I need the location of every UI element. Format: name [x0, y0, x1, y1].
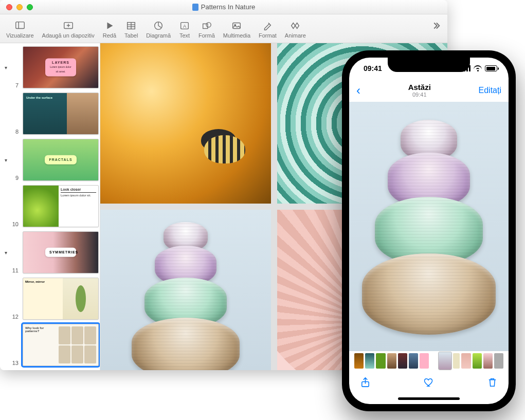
window-title: Patterns In Nature	[0, 3, 447, 11]
toolbar-play-label: Redă	[103, 32, 116, 39]
iphone-device: 09:41 ‹ Astăzi 09:41 Editați	[342, 50, 516, 411]
toolbar-animate-button[interactable]: Animare	[281, 18, 310, 40]
slide-thumb-10[interactable]: 10 Look closerLorem ipsum dolor sit.	[3, 185, 100, 227]
slide-number: 12	[11, 314, 19, 320]
disclosure-toggle-icon[interactable]: ▾	[3, 250, 8, 255]
slide-number: 7	[11, 82, 19, 88]
toolbar-shape-label: Formă	[198, 32, 215, 39]
toolbar-media-button[interactable]: Multimedia	[219, 18, 255, 40]
slide-thumb-11[interactable]: ▾ 11 SYMMETRIES	[3, 231, 100, 273]
toolbar-add-slide-button[interactable]: Adaugă un diapozitiv	[38, 18, 99, 40]
battery-icon	[485, 65, 497, 71]
scrubber-thumb[interactable]	[365, 353, 374, 369]
slide-thumb-8[interactable]: 8 Under the surface	[3, 93, 100, 135]
toolbar-shape-button[interactable]: Formă	[194, 18, 219, 40]
photo-scrubber[interactable]	[349, 351, 509, 371]
slide-navigator[interactable]: ▾ 7 LAYERSLorem ipsum dolor sit amet. 8 …	[0, 43, 100, 370]
slide-thumb-9[interactable]: ▾ 9 FRACTALS	[3, 139, 100, 181]
iphone-notch	[388, 58, 470, 72]
scrubber-thumb[interactable]	[420, 353, 429, 369]
scrubber-thumb[interactable]	[483, 353, 493, 369]
scrubber-thumb[interactable]	[409, 353, 418, 369]
svg-text:A: A	[183, 23, 187, 28]
toolbar-animate-label: Animare	[285, 32, 306, 39]
toolbar-view-button[interactable]: Vizualizare	[2, 18, 38, 40]
photos-nav-bar: ‹ Astăzi 09:41 Editați	[349, 79, 509, 102]
home-indicator[interactable]	[398, 397, 460, 400]
wifi-icon	[474, 65, 482, 71]
toolbar-text-button[interactable]: A Text	[175, 18, 194, 40]
slide-thumbnail[interactable]: Under the surface	[23, 93, 99, 135]
toolbar-view-label: Vizualizare	[6, 32, 34, 39]
canvas-image-urchins[interactable]	[100, 210, 271, 370]
disclosure-toggle-icon[interactable]: ▾	[3, 65, 8, 70]
iphone-screen: 09:41 ‹ Astăzi 09:41 Editați	[349, 58, 509, 404]
toolbar-table-label: Tabel	[124, 32, 138, 39]
toolbar-media-label: Multimedia	[223, 32, 250, 39]
back-button[interactable]: ‹	[356, 83, 360, 98]
share-icon[interactable]	[359, 376, 371, 390]
slide-thumb-12[interactable]: 12 Mirror, mirror	[3, 278, 100, 320]
slide-number: 13	[11, 360, 19, 366]
nav-title-main: Astăzi	[408, 83, 431, 92]
document-icon	[192, 4, 198, 11]
toolbar-format-button[interactable]: Format	[255, 18, 281, 40]
svg-rect-15	[233, 23, 241, 28]
scrubber-thumb[interactable]	[354, 353, 364, 369]
scrubber-thumb[interactable]	[494, 353, 503, 369]
svg-point-17	[76, 285, 86, 312]
toolbar-chart-label: Diagramă	[146, 32, 171, 39]
disclosure-toggle-icon[interactable]: ▾	[3, 157, 8, 163]
slide-thumbnail-selected[interactable]: Why look for patterns?	[23, 324, 99, 366]
slide-number: 8	[11, 129, 19, 135]
nav-title: Astăzi 09:41	[408, 83, 431, 98]
window-titlebar: Patterns In Nature	[0, 0, 447, 14]
svg-point-14	[206, 22, 211, 27]
toolbar-table-button[interactable]: Tabel	[120, 18, 142, 40]
toolbar-text-label: Text	[179, 32, 190, 39]
toolbar-format-label: Format	[259, 32, 277, 39]
slide-thumbnail[interactable]: Look closerLorem ipsum dolor sit.	[23, 185, 99, 227]
scrubber-thumb[interactable]	[398, 353, 407, 369]
slide-thumbnail[interactable]: FRACTALS	[23, 139, 99, 181]
window-title-text: Patterns In Nature	[201, 3, 256, 11]
svg-marker-5	[107, 22, 113, 29]
toolbar-overflow-button[interactable]	[426, 18, 445, 40]
slide-thumb-13[interactable]: 13 Why look for patterns?	[3, 324, 100, 366]
scrubber-thumb[interactable]	[387, 353, 396, 369]
photo-viewer[interactable]	[349, 102, 509, 351]
keynote-toolbar: Vizualizare Adaugă un diapozitiv Redă Ta…	[0, 14, 447, 43]
slide-thumb-7[interactable]: ▾ 7 LAYERSLorem ipsum dolor sit amet.	[3, 46, 100, 88]
scrubber-thumb[interactable]	[376, 353, 385, 369]
canvas-image-honeycomb[interactable]	[100, 43, 271, 204]
toolbar-chart-button[interactable]: Diagramă	[142, 18, 175, 40]
slide-number: 9	[11, 175, 19, 181]
slide-thumbnail[interactable]: LAYERSLorem ipsum dolor sit amet.	[23, 46, 99, 88]
trash-icon[interactable]	[486, 376, 498, 390]
nav-title-sub: 09:41	[408, 92, 431, 98]
favorite-heart-icon[interactable]	[423, 376, 435, 390]
slide-number: 11	[11, 267, 19, 273]
status-time: 09:41	[364, 64, 382, 72]
scrubber-thumb[interactable]	[461, 353, 470, 369]
toolbar-add-slide-label: Adaugă un diapozitiv	[42, 32, 95, 39]
urchin-stack-illustration	[129, 222, 242, 366]
svg-rect-0	[16, 22, 25, 28]
edit-button[interactable]: Editați	[479, 86, 501, 95]
scrubber-thumb[interactable]	[473, 353, 482, 369]
toolbar-play-button[interactable]: Redă	[99, 18, 120, 40]
photos-toolbar	[349, 371, 509, 395]
photo-urchins	[362, 120, 496, 346]
slide-thumbnail[interactable]: Mirror, mirror	[23, 278, 99, 320]
scrubber-thumb-current[interactable]	[439, 352, 451, 370]
slide-thumbnail[interactable]: SYMMETRIES	[23, 231, 99, 273]
slide-number: 10	[11, 221, 19, 227]
